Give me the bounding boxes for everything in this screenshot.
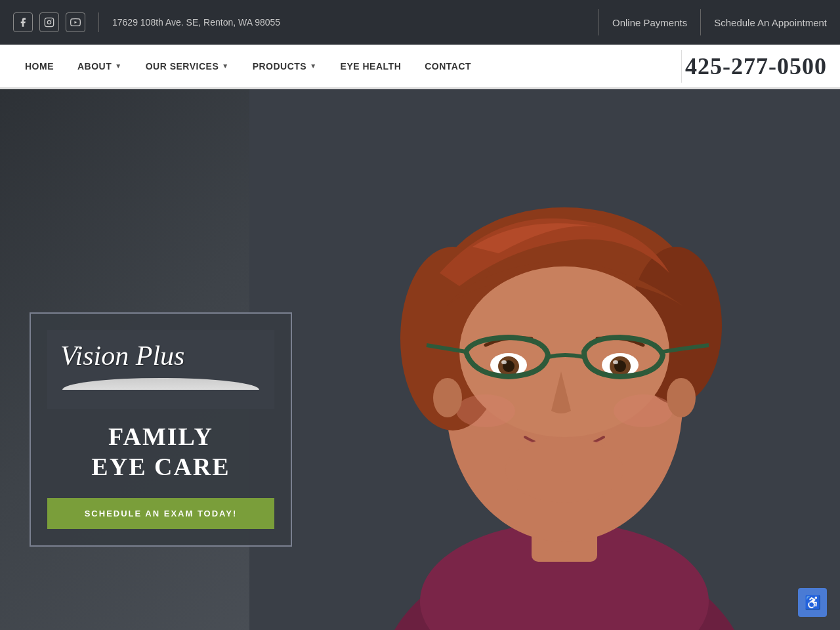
nav-phone-divider: [681, 50, 682, 83]
nav-contact[interactable]: CONTACT: [413, 44, 483, 89]
svg-point-25: [667, 378, 696, 417]
schedule-appointment-link[interactable]: Schedule An Appointment: [714, 17, 827, 28]
services-dropdown-arrow: ▼: [222, 62, 228, 70]
svg-point-2: [51, 20, 52, 20]
accessibility-button[interactable]: ♿: [798, 588, 827, 617]
nav-bar: HOME ABOUT ▼ OUR SERVICES ▼ PRODUCTS ▼ E…: [0, 45, 840, 89]
logo-wave: [60, 377, 261, 390]
divider-2: [700, 9, 701, 35]
hero-card: Vision Plus FAMILY EYE CARE SCHEDULE AN …: [30, 312, 292, 547]
hero-image: [249, 89, 840, 630]
nav-eye-health[interactable]: EYE HEALTH: [329, 44, 413, 89]
youtube-icon[interactable]: [66, 12, 85, 32]
top-bar-left: 17629 108th Ave. SE, Renton, WA 98055: [13, 12, 280, 32]
divider-1: [598, 9, 599, 35]
svg-point-22: [614, 394, 673, 427]
top-bar-right: Online Payments Schedule An Appointment: [585, 9, 827, 35]
hero-section: Vision Plus FAMILY EYE CARE SCHEDULE AN …: [0, 89, 840, 630]
top-bar-divider: [98, 12, 99, 32]
about-dropdown-arrow: ▼: [115, 62, 121, 70]
nav-items: HOME ABOUT ▼ OUR SERVICES ▼ PRODUCTS ▼ E…: [13, 44, 678, 89]
top-bar: 17629 108th Ave. SE, Renton, WA 98055 On…: [0, 0, 840, 45]
phone-number[interactable]: 425-277-0500: [685, 52, 827, 80]
schedule-exam-button[interactable]: SCHEDULE AN EXAM TODAY!: [47, 498, 274, 529]
nav-products[interactable]: PRODUCTS ▼: [241, 44, 329, 89]
svg-rect-0: [45, 18, 53, 26]
hero-tagline: FAMILY EYE CARE: [47, 422, 274, 482]
accessibility-icon: ♿: [805, 595, 821, 610]
instagram-icon[interactable]: [39, 12, 59, 32]
svg-point-20: [613, 360, 618, 364]
svg-marker-3: [75, 21, 77, 24]
svg-point-24: [433, 378, 462, 417]
nav-home[interactable]: HOME: [13, 44, 66, 89]
svg-point-21: [456, 394, 515, 427]
svg-point-26: [62, 378, 259, 390]
online-payments-link[interactable]: Online Payments: [612, 17, 687, 28]
logo-box: Vision Plus: [47, 330, 274, 409]
svg-point-23: [505, 437, 623, 503]
address: 17629 108th Ave. SE, Renton, WA 98055: [112, 17, 280, 28]
logo-text: Vision Plus: [60, 340, 261, 371]
nav-about[interactable]: ABOUT ▼: [66, 44, 134, 89]
products-dropdown-arrow: ▼: [310, 62, 316, 70]
svg-point-1: [47, 20, 51, 24]
svg-point-16: [501, 360, 507, 364]
facebook-icon[interactable]: [13, 12, 33, 32]
nav-our-services[interactable]: OUR SERVICES ▼: [134, 44, 241, 89]
